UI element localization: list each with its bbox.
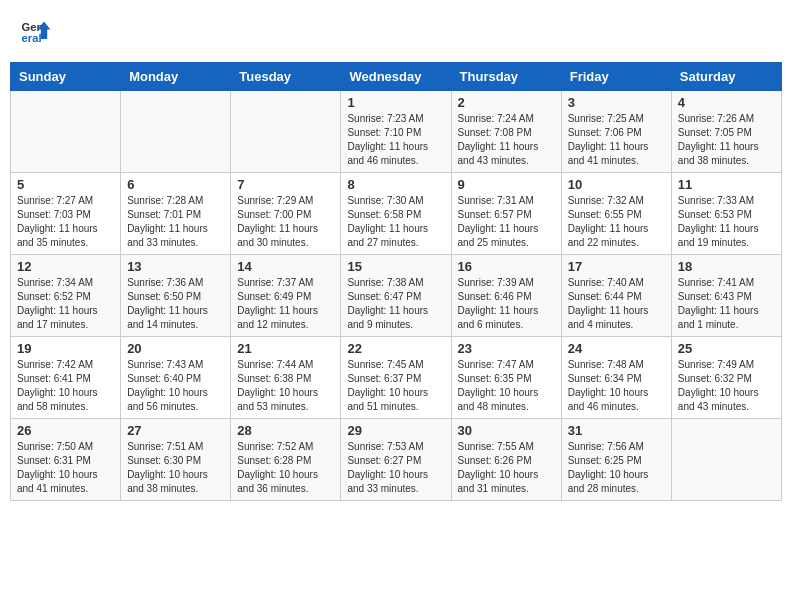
calendar-table: SundayMondayTuesdayWednesdayThursdayFrid… xyxy=(10,62,782,501)
calendar-cell: 22Sunrise: 7:45 AM Sunset: 6:37 PM Dayli… xyxy=(341,337,451,419)
calendar-cell: 4Sunrise: 7:26 AM Sunset: 7:05 PM Daylig… xyxy=(671,91,781,173)
day-info: Sunrise: 7:50 AM Sunset: 6:31 PM Dayligh… xyxy=(17,440,114,496)
day-number: 24 xyxy=(568,341,665,356)
calendar-cell: 9Sunrise: 7:31 AM Sunset: 6:57 PM Daylig… xyxy=(451,173,561,255)
day-info: Sunrise: 7:43 AM Sunset: 6:40 PM Dayligh… xyxy=(127,358,224,414)
day-header-tuesday: Tuesday xyxy=(231,63,341,91)
day-number: 19 xyxy=(17,341,114,356)
calendar-cell xyxy=(231,91,341,173)
calendar-cell xyxy=(121,91,231,173)
calendar-cell: 5Sunrise: 7:27 AM Sunset: 7:03 PM Daylig… xyxy=(11,173,121,255)
day-header-monday: Monday xyxy=(121,63,231,91)
day-info: Sunrise: 7:26 AM Sunset: 7:05 PM Dayligh… xyxy=(678,112,775,168)
calendar-cell: 29Sunrise: 7:53 AM Sunset: 6:27 PM Dayli… xyxy=(341,419,451,501)
day-number: 30 xyxy=(458,423,555,438)
calendar-cell: 26Sunrise: 7:50 AM Sunset: 6:31 PM Dayli… xyxy=(11,419,121,501)
day-info: Sunrise: 7:31 AM Sunset: 6:57 PM Dayligh… xyxy=(458,194,555,250)
calendar-cell: 25Sunrise: 7:49 AM Sunset: 6:32 PM Dayli… xyxy=(671,337,781,419)
calendar-cell: 11Sunrise: 7:33 AM Sunset: 6:53 PM Dayli… xyxy=(671,173,781,255)
day-number: 10 xyxy=(568,177,665,192)
day-number: 13 xyxy=(127,259,224,274)
calendar-cell: 3Sunrise: 7:25 AM Sunset: 7:06 PM Daylig… xyxy=(561,91,671,173)
day-number: 25 xyxy=(678,341,775,356)
day-number: 3 xyxy=(568,95,665,110)
day-header-sunday: Sunday xyxy=(11,63,121,91)
day-number: 27 xyxy=(127,423,224,438)
day-info: Sunrise: 7:39 AM Sunset: 6:46 PM Dayligh… xyxy=(458,276,555,332)
day-info: Sunrise: 7:41 AM Sunset: 6:43 PM Dayligh… xyxy=(678,276,775,332)
logo-icon: Gen eral xyxy=(20,15,52,47)
day-info: Sunrise: 7:32 AM Sunset: 6:55 PM Dayligh… xyxy=(568,194,665,250)
day-number: 2 xyxy=(458,95,555,110)
day-number: 22 xyxy=(347,341,444,356)
calendar-cell: 21Sunrise: 7:44 AM Sunset: 6:38 PM Dayli… xyxy=(231,337,341,419)
day-info: Sunrise: 7:52 AM Sunset: 6:28 PM Dayligh… xyxy=(237,440,334,496)
day-number: 20 xyxy=(127,341,224,356)
day-info: Sunrise: 7:29 AM Sunset: 7:00 PM Dayligh… xyxy=(237,194,334,250)
calendar-cell: 15Sunrise: 7:38 AM Sunset: 6:47 PM Dayli… xyxy=(341,255,451,337)
calendar-cell xyxy=(671,419,781,501)
calendar-cell: 13Sunrise: 7:36 AM Sunset: 6:50 PM Dayli… xyxy=(121,255,231,337)
day-info: Sunrise: 7:33 AM Sunset: 6:53 PM Dayligh… xyxy=(678,194,775,250)
day-number: 8 xyxy=(347,177,444,192)
day-number: 16 xyxy=(458,259,555,274)
day-number: 5 xyxy=(17,177,114,192)
calendar-week-row: 5Sunrise: 7:27 AM Sunset: 7:03 PM Daylig… xyxy=(11,173,782,255)
page-header: Gen eral xyxy=(10,10,782,52)
calendar-cell: 8Sunrise: 7:30 AM Sunset: 6:58 PM Daylig… xyxy=(341,173,451,255)
day-number: 18 xyxy=(678,259,775,274)
day-info: Sunrise: 7:30 AM Sunset: 6:58 PM Dayligh… xyxy=(347,194,444,250)
day-number: 9 xyxy=(458,177,555,192)
calendar-cell: 14Sunrise: 7:37 AM Sunset: 6:49 PM Dayli… xyxy=(231,255,341,337)
day-number: 15 xyxy=(347,259,444,274)
day-header-saturday: Saturday xyxy=(671,63,781,91)
day-header-friday: Friday xyxy=(561,63,671,91)
calendar-cell: 27Sunrise: 7:51 AM Sunset: 6:30 PM Dayli… xyxy=(121,419,231,501)
calendar-cell: 28Sunrise: 7:52 AM Sunset: 6:28 PM Dayli… xyxy=(231,419,341,501)
day-number: 1 xyxy=(347,95,444,110)
calendar-cell: 16Sunrise: 7:39 AM Sunset: 6:46 PM Dayli… xyxy=(451,255,561,337)
day-info: Sunrise: 7:47 AM Sunset: 6:35 PM Dayligh… xyxy=(458,358,555,414)
day-number: 28 xyxy=(237,423,334,438)
calendar-cell: 30Sunrise: 7:55 AM Sunset: 6:26 PM Dayli… xyxy=(451,419,561,501)
calendar-cell: 31Sunrise: 7:56 AM Sunset: 6:25 PM Dayli… xyxy=(561,419,671,501)
day-header-wednesday: Wednesday xyxy=(341,63,451,91)
calendar-week-row: 12Sunrise: 7:34 AM Sunset: 6:52 PM Dayli… xyxy=(11,255,782,337)
calendar-week-row: 1Sunrise: 7:23 AM Sunset: 7:10 PM Daylig… xyxy=(11,91,782,173)
calendar-cell xyxy=(11,91,121,173)
day-info: Sunrise: 7:25 AM Sunset: 7:06 PM Dayligh… xyxy=(568,112,665,168)
calendar-cell: 6Sunrise: 7:28 AM Sunset: 7:01 PM Daylig… xyxy=(121,173,231,255)
day-info: Sunrise: 7:38 AM Sunset: 6:47 PM Dayligh… xyxy=(347,276,444,332)
day-info: Sunrise: 7:56 AM Sunset: 6:25 PM Dayligh… xyxy=(568,440,665,496)
day-number: 6 xyxy=(127,177,224,192)
day-number: 7 xyxy=(237,177,334,192)
calendar-cell: 7Sunrise: 7:29 AM Sunset: 7:00 PM Daylig… xyxy=(231,173,341,255)
day-info: Sunrise: 7:40 AM Sunset: 6:44 PM Dayligh… xyxy=(568,276,665,332)
day-info: Sunrise: 7:36 AM Sunset: 6:50 PM Dayligh… xyxy=(127,276,224,332)
day-number: 29 xyxy=(347,423,444,438)
day-header-thursday: Thursday xyxy=(451,63,561,91)
day-number: 12 xyxy=(17,259,114,274)
day-info: Sunrise: 7:24 AM Sunset: 7:08 PM Dayligh… xyxy=(458,112,555,168)
calendar-week-row: 19Sunrise: 7:42 AM Sunset: 6:41 PM Dayli… xyxy=(11,337,782,419)
day-number: 31 xyxy=(568,423,665,438)
calendar-cell: 1Sunrise: 7:23 AM Sunset: 7:10 PM Daylig… xyxy=(341,91,451,173)
day-number: 21 xyxy=(237,341,334,356)
day-info: Sunrise: 7:45 AM Sunset: 6:37 PM Dayligh… xyxy=(347,358,444,414)
day-number: 4 xyxy=(678,95,775,110)
calendar-cell: 24Sunrise: 7:48 AM Sunset: 6:34 PM Dayli… xyxy=(561,337,671,419)
calendar-cell: 2Sunrise: 7:24 AM Sunset: 7:08 PM Daylig… xyxy=(451,91,561,173)
day-info: Sunrise: 7:37 AM Sunset: 6:49 PM Dayligh… xyxy=(237,276,334,332)
day-number: 23 xyxy=(458,341,555,356)
logo: Gen eral xyxy=(20,15,56,47)
calendar-cell: 19Sunrise: 7:42 AM Sunset: 6:41 PM Dayli… xyxy=(11,337,121,419)
day-info: Sunrise: 7:42 AM Sunset: 6:41 PM Dayligh… xyxy=(17,358,114,414)
calendar-cell: 23Sunrise: 7:47 AM Sunset: 6:35 PM Dayli… xyxy=(451,337,561,419)
calendar-cell: 17Sunrise: 7:40 AM Sunset: 6:44 PM Dayli… xyxy=(561,255,671,337)
day-info: Sunrise: 7:48 AM Sunset: 6:34 PM Dayligh… xyxy=(568,358,665,414)
svg-text:eral: eral xyxy=(22,32,42,44)
day-info: Sunrise: 7:49 AM Sunset: 6:32 PM Dayligh… xyxy=(678,358,775,414)
day-number: 17 xyxy=(568,259,665,274)
calendar-cell: 12Sunrise: 7:34 AM Sunset: 6:52 PM Dayli… xyxy=(11,255,121,337)
day-info: Sunrise: 7:53 AM Sunset: 6:27 PM Dayligh… xyxy=(347,440,444,496)
